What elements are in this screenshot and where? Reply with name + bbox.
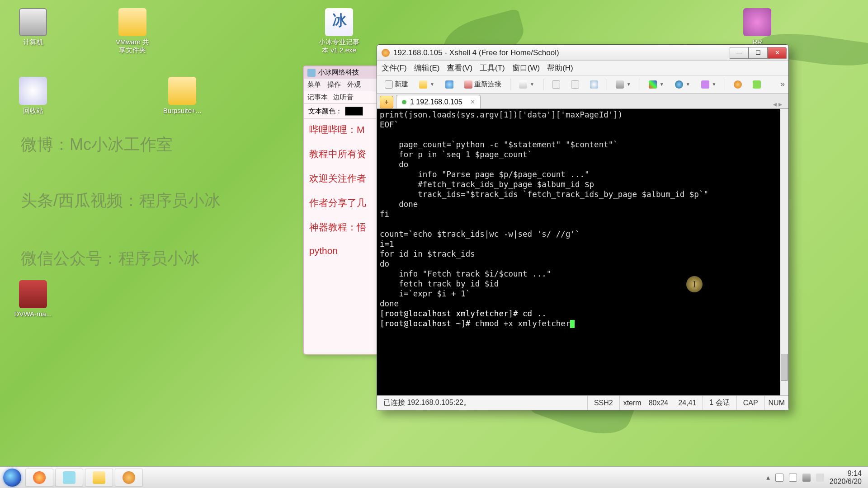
tray-action-center-icon[interactable] [775, 474, 783, 482]
menu-edit[interactable]: 编辑(E) [414, 63, 440, 73]
maximize-button[interactable]: ☐ [749, 47, 768, 59]
check-button[interactable] [749, 78, 765, 91]
toolbar-overflow[interactable]: » [780, 80, 785, 89]
desktop-icon-rr[interactable]: RR [732, 8, 782, 46]
desktop-icon-notes-exe[interactable]: 冰 小冰专业记事 本 v1.2.exe [314, 8, 364, 54]
tray-volume-icon[interactable] [816, 474, 824, 482]
status-cursor-pos: 24,41 [672, 396, 703, 410]
menu-item[interactable]: 菜单 [307, 80, 321, 89]
search-icon [590, 80, 598, 89]
tab-notepad[interactable]: 记事本 [307, 93, 328, 102]
taskbar-item-explorer[interactable] [85, 469, 113, 487]
link-icon [445, 80, 453, 89]
color-icon [649, 80, 657, 89]
copy-button[interactable] [548, 78, 564, 91]
menu-file[interactable]: 文件(F) [382, 63, 407, 73]
xshell-tabbar: + 1 192.168.0.105 × ◂ ▸ [377, 94, 788, 109]
taskbar[interactable]: ▴ 9:14 2020/6/20 [0, 466, 868, 488]
reconnect-icon [464, 80, 472, 89]
separator [640, 79, 640, 90]
new-session-button[interactable]: 新建 [381, 78, 412, 91]
swirl-icon [734, 80, 742, 89]
status-cap: CAP [737, 396, 765, 410]
watermark-toutiao: 头条/西瓜视频：程序员小冰 [21, 190, 221, 212]
status-dot-icon [402, 100, 406, 104]
tray-network-icon[interactable] [802, 474, 811, 482]
menu-window[interactable]: 窗口(W) [512, 63, 540, 73]
tray-date-text: 2020/6/20 [830, 478, 862, 486]
xshell-window[interactable]: 192.168.0.105 - Xshell 4 (Free for Home/… [377, 44, 789, 410]
scrollbar-thumb[interactable] [781, 354, 788, 381]
new-icon [385, 80, 393, 89]
session-tab[interactable]: 1 192.168.0.105 × [396, 95, 481, 108]
status-protocol: SSH2 [588, 396, 620, 410]
close-tab-icon[interactable]: × [471, 98, 475, 106]
print-button[interactable]: ▼ [612, 78, 635, 91]
status-connection: 已连接 192.168.0.105:22。 [377, 396, 588, 410]
paste-button[interactable] [567, 78, 583, 91]
desktop-icon-computer[interactable]: 计算机 [8, 8, 58, 46]
globe-button[interactable]: ▼ [671, 78, 694, 91]
taskbar-item-notes[interactable] [55, 469, 83, 487]
minimize-button[interactable]: — [730, 47, 749, 59]
xshell-icon [123, 471, 135, 484]
windows-logo-icon [3, 469, 21, 487]
find-button[interactable] [586, 78, 602, 91]
terminal-prompt-line: [root@localhost xmlyfetcher]# cd .. [380, 309, 786, 319]
new-tab-button[interactable]: + [380, 96, 393, 108]
color-swatch[interactable] [345, 107, 363, 116]
open-button[interactable]: ▼ [415, 78, 439, 91]
folder-icon [419, 80, 427, 89]
connect-button[interactable] [441, 78, 458, 91]
archive-icon [19, 280, 47, 308]
properties-icon [519, 80, 527, 89]
start-button[interactable] [0, 467, 24, 488]
taskbar-item-firefox[interactable] [25, 469, 53, 487]
status-sessions: 1 会话 [703, 396, 736, 410]
color-scheme-button[interactable]: ▼ [645, 78, 668, 91]
close-button[interactable]: ✕ [768, 47, 787, 59]
reconnect-button[interactable]: 重新连接 [460, 78, 505, 91]
folder-icon [118, 8, 146, 36]
xshell-titlebar[interactable]: 192.168.0.105 - Xshell 4 (Free for Home/… [377, 45, 788, 61]
taskbar-item-xshell[interactable] [115, 469, 143, 487]
icon-label: 小冰专业记事 本 v1.2.exe [314, 38, 364, 54]
terminal[interactable]: print(json.loads(sys.argv[1])['data']['m… [377, 109, 788, 395]
separator [543, 79, 543, 90]
font-button[interactable]: ▼ [697, 78, 721, 91]
swirl-button[interactable] [730, 78, 746, 91]
terminal-scrollbar[interactable] [780, 109, 788, 395]
status-term: xterm [620, 399, 645, 407]
exe-icon: 冰 [325, 8, 353, 36]
tray-flag-icon[interactable] [789, 474, 797, 482]
menu-item[interactable]: 操作 [327, 80, 341, 89]
system-tray: ▴ 9:14 2020/6/20 [766, 469, 868, 485]
tray-clock[interactable]: 9:14 2020/6/20 [830, 469, 862, 485]
xshell-statusbar: 已连接 192.168.0.105:22。 SSH2 xterm 80x24 2… [377, 395, 788, 410]
explorer-icon [93, 471, 105, 484]
desktop-icon-dvwa[interactable]: DVWA-ma... [8, 280, 58, 318]
icon-label: 回收站 [8, 107, 58, 115]
globe-icon [675, 80, 683, 89]
properties-button[interactable]: ▼ [515, 78, 538, 91]
desktop-icon-burp[interactable]: Burpsuite+... [157, 77, 207, 115]
tab-listen[interactable]: 边听音 [333, 93, 354, 102]
terminal-cursor [570, 320, 575, 328]
firefox-icon [33, 471, 46, 484]
tab-nav[interactable]: ◂ ▸ [769, 100, 786, 108]
notepad-title-text: 小冰网络科技 [318, 68, 359, 77]
print-icon [616, 80, 624, 89]
tray-overflow-icon[interactable]: ▴ [766, 473, 770, 482]
menu-help[interactable]: 帮助(H) [547, 63, 573, 73]
desktop-icon-recycle[interactable]: 回收站 [8, 77, 58, 115]
menu-view[interactable]: 查看(V) [447, 63, 472, 73]
desktop-icon-vmware-share[interactable]: VMware 共 享文件夹 [108, 8, 157, 54]
check-icon [753, 80, 761, 89]
menu-item[interactable]: 外观 [347, 80, 361, 89]
tab-label: 1 192.168.0.105 [410, 98, 462, 106]
watermark-weibo: 微博：Mc小冰工作室 [21, 134, 173, 156]
xshell-title: 192.168.0.105 - Xshell 4 (Free for Home/… [393, 48, 730, 57]
menu-tools[interactable]: 工具(T) [480, 63, 505, 73]
status-num: NUM [765, 399, 788, 407]
icon-label: 计算机 [8, 38, 58, 46]
